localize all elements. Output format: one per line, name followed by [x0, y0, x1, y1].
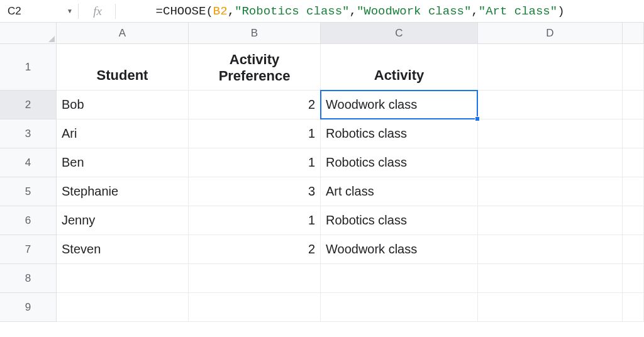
- chevron-down-icon[interactable]: ▼: [67, 8, 78, 14]
- cell-B6[interactable]: 1: [189, 206, 321, 235]
- col-header-D[interactable]: D: [478, 23, 623, 44]
- cell-B8[interactable]: [189, 264, 321, 293]
- cell-C2[interactable]: Woodwork class: [321, 91, 478, 119]
- cell-D7[interactable]: [478, 235, 623, 264]
- cell-D4[interactable]: [478, 148, 623, 177]
- cell-A2[interactable]: Bob: [57, 91, 189, 119]
- cell-C8[interactable]: [321, 264, 478, 293]
- cell-A7[interactable]: Steven: [57, 235, 189, 264]
- cell-E6[interactable]: [623, 206, 644, 235]
- cell-B7[interactable]: 2: [189, 235, 321, 264]
- cell-C3[interactable]: Robotics class: [321, 119, 478, 148]
- row-header-7[interactable]: 7: [0, 235, 57, 264]
- row-header-8[interactable]: 8: [0, 264, 57, 293]
- row-header-9[interactable]: 9: [0, 293, 57, 322]
- header-activity[interactable]: Activity: [321, 44, 478, 91]
- row-header-5[interactable]: 5: [0, 177, 57, 206]
- row-header-1[interactable]: 1: [0, 44, 57, 91]
- cell-B4[interactable]: 1: [189, 148, 321, 177]
- header-student[interactable]: Student: [57, 44, 189, 91]
- cell-E2[interactable]: [623, 91, 644, 119]
- col-header-A[interactable]: A: [57, 23, 189, 44]
- cell-B3[interactable]: 1: [189, 119, 321, 148]
- row-header-2[interactable]: 2: [0, 91, 57, 119]
- cell-C5[interactable]: Art class: [321, 177, 478, 206]
- cell-D8[interactable]: [478, 264, 623, 293]
- cell-A8[interactable]: [57, 264, 189, 293]
- cell-E5[interactable]: [623, 177, 644, 206]
- cell-E1[interactable]: [623, 44, 644, 91]
- divider: [78, 4, 79, 19]
- cell-B9[interactable]: [189, 293, 321, 322]
- row-header-4[interactable]: 4: [0, 148, 57, 177]
- cell-B5[interactable]: 3: [189, 177, 321, 206]
- cell-A6[interactable]: Jenny: [57, 206, 189, 235]
- cell-A5[interactable]: Stephanie: [57, 177, 189, 206]
- cell-E9[interactable]: [623, 293, 644, 322]
- cell-A4[interactable]: Ben: [57, 148, 189, 177]
- cell-C4[interactable]: Robotics class: [321, 148, 478, 177]
- cell-A9[interactable]: [57, 293, 189, 322]
- cell-D9[interactable]: [478, 293, 623, 322]
- col-header-C[interactable]: C: [321, 23, 478, 44]
- fx-icon: fx: [85, 4, 110, 18]
- row-header-3[interactable]: 3: [0, 119, 57, 148]
- cell-E7[interactable]: [623, 235, 644, 264]
- cell-E4[interactable]: [623, 148, 644, 177]
- formula-bar: C2 ▼ fx =CHOOSE(B2,"Robotics class","Woo…: [0, 0, 644, 23]
- cell-D5[interactable]: [478, 177, 623, 206]
- cell-B2[interactable]: 2: [189, 91, 321, 119]
- cell-D6[interactable]: [478, 206, 623, 235]
- col-header-B[interactable]: B: [189, 23, 321, 44]
- cell-C6[interactable]: Robotics class: [321, 206, 478, 235]
- cell-E8[interactable]: [623, 264, 644, 293]
- divider: [115, 4, 116, 19]
- row-header-6[interactable]: 6: [0, 206, 57, 235]
- cell-A3[interactable]: Ari: [57, 119, 189, 148]
- name-box[interactable]: C2 ▼: [3, 5, 78, 18]
- name-box-value: C2: [8, 5, 21, 18]
- col-header-extra[interactable]: [623, 23, 644, 44]
- cell-D2[interactable]: [478, 91, 623, 119]
- cell-D3[interactable]: [478, 119, 623, 148]
- cell-C9[interactable]: [321, 293, 478, 322]
- header-activity-pref[interactable]: Activity Preference: [189, 44, 321, 91]
- fill-handle[interactable]: [475, 116, 480, 121]
- cell-C2-value: Woodwork class: [326, 97, 417, 112]
- select-all-corner[interactable]: [0, 23, 57, 44]
- cell-D1[interactable]: [478, 44, 623, 91]
- cell-C7[interactable]: Woodwork class: [321, 235, 478, 264]
- cell-E3[interactable]: [623, 119, 644, 148]
- spreadsheet-grid[interactable]: A B C D 1 Student Activity Preference Ac…: [0, 23, 644, 322]
